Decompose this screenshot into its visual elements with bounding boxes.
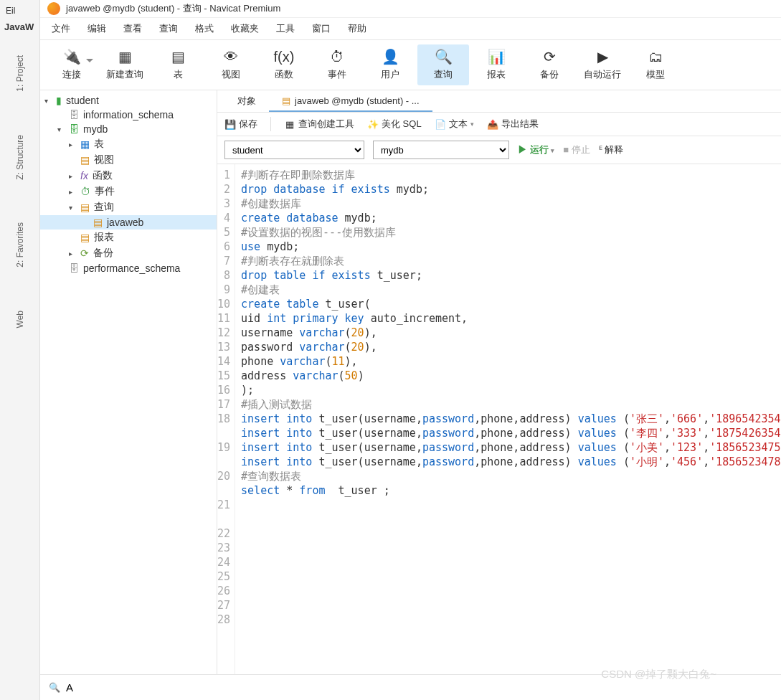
menubar: 文件 编辑 查看 查询 格式 收藏夹 工具 窗口 帮助 bbox=[40, 18, 781, 40]
connection-tree[interactable]: ▾▮student 🗄information_schema ▾🗄mydb ▸▦表… bbox=[40, 90, 217, 674]
query-builder-button[interactable]: ▦查询创建工具 bbox=[284, 118, 354, 131]
search-icon: 🔍 bbox=[49, 682, 60, 693]
database-select[interactable]: mydb bbox=[373, 141, 509, 159]
code-line[interactable]: ); bbox=[241, 383, 781, 397]
ide-tab-structure[interactable]: Z: Structure bbox=[15, 135, 25, 180]
toolbar-newquery-button[interactable]: ▦新建查询 bbox=[99, 44, 151, 85]
backup-icon: ⟳ bbox=[539, 47, 559, 66]
code-line[interactable]: drop database if exists mydb; bbox=[241, 182, 781, 197]
beautify-sql-button[interactable]: ✨美化 SQL bbox=[367, 118, 422, 131]
tab-object[interactable]: 对象 bbox=[224, 90, 269, 112]
tree-db-performance-schema[interactable]: 🗄performance_schema bbox=[40, 261, 217, 275]
export-button[interactable]: 📤导出结果 bbox=[487, 118, 539, 131]
text-button[interactable]: 📄文本▾ bbox=[435, 118, 474, 131]
code-line[interactable]: #判断表存在就删除表 bbox=[241, 254, 781, 268]
ide-tab-favorites[interactable]: 2: Favorites bbox=[15, 222, 25, 268]
code-line[interactable]: drop table if exists t_user; bbox=[241, 268, 781, 283]
code-line[interactable] bbox=[241, 555, 781, 569]
code-line[interactable]: #创建表 bbox=[241, 283, 781, 297]
tree-reports[interactable]: ▤报表 bbox=[40, 230, 217, 245]
database-icon: 🗄 bbox=[69, 123, 79, 135]
tab-query[interactable]: ▤javaweb @mydb (student) - ... bbox=[269, 90, 432, 112]
connection-row: student mydb ▶ 运行 ▾ ■ 停止 ᴱ 解释 bbox=[217, 136, 781, 164]
code-line[interactable]: uid int primary key auto_increment, bbox=[241, 311, 781, 326]
code-line[interactable]: #插入测试数据 bbox=[241, 397, 781, 412]
query-icon: 🔍 bbox=[433, 47, 453, 66]
toolbar-event-button[interactable]: ⏱事件 bbox=[311, 44, 363, 85]
tree-events[interactable]: ▸⏱事件 bbox=[40, 184, 217, 199]
search-input[interactable] bbox=[66, 681, 231, 694]
code-line[interactable]: #判断存在即删除数据库 bbox=[241, 168, 781, 182]
export-icon: 📤 bbox=[487, 118, 498, 130]
tree-tables[interactable]: ▸▦表 bbox=[40, 136, 217, 152]
code-line[interactable]: create database mydb; bbox=[241, 211, 781, 225]
code-line[interactable]: insert into t_user(username,password,pho… bbox=[241, 455, 781, 469]
code-line[interactable]: insert into t_user(username,password,pho… bbox=[241, 440, 781, 455]
menu-tools[interactable]: 工具 bbox=[276, 22, 295, 35]
toolbar-view-button[interactable]: 👁视图 bbox=[205, 44, 257, 85]
code-line[interactable]: select * from t_user ; bbox=[241, 483, 781, 498]
query-toolbar: 💾保存 ▦查询创建工具 ✨美化 SQL 📄文本▾ 📤导出结果 bbox=[217, 113, 781, 136]
event-icon: ⏱ bbox=[80, 186, 90, 197]
menu-favorites[interactable]: 收藏夹 bbox=[231, 22, 259, 35]
ide-title-fragment: JavaW bbox=[0, 19, 39, 35]
menu-view[interactable]: 查看 bbox=[123, 22, 142, 35]
view-icon: 👁 bbox=[221, 47, 241, 66]
code-line[interactable] bbox=[241, 541, 781, 555]
tree-db-information-schema[interactable]: 🗄information_schema bbox=[40, 108, 217, 122]
code-line[interactable]: #创建数据库 bbox=[241, 197, 781, 211]
report-icon: 📊 bbox=[486, 47, 506, 66]
run-button[interactable]: ▶ 运行 ▾ bbox=[518, 143, 554, 156]
toolbar-connect-button[interactable]: 🔌连接 bbox=[46, 44, 98, 85]
save-button[interactable]: 💾保存 bbox=[224, 118, 257, 131]
code-line[interactable]: #查询数据表 bbox=[241, 469, 781, 483]
tree-backups[interactable]: ▸⟳备份 bbox=[40, 245, 217, 261]
toolbar-backup-button[interactable]: ⟳备份 bbox=[524, 44, 575, 85]
tree-db-mydb[interactable]: ▾🗄mydb bbox=[40, 122, 217, 136]
toolbar-model-button[interactable]: 🗂模型 bbox=[630, 44, 681, 85]
code-line[interactable]: create table t_user( bbox=[241, 297, 781, 311]
code-line[interactable]: address varchar(50) bbox=[241, 369, 781, 383]
toolbar-func-button[interactable]: f(x)函数 bbox=[258, 44, 310, 85]
code-line[interactable]: insert into t_user(username,password,pho… bbox=[241, 426, 781, 440]
code-line[interactable]: phone varchar(11), bbox=[241, 354, 781, 369]
ide-tab-web[interactable]: Web bbox=[15, 311, 25, 328]
tree-connection[interactable]: ▾▮student bbox=[40, 93, 217, 108]
database-icon: 🗄 bbox=[69, 109, 79, 120]
editor-tabs: 对象 ▤javaweb @mydb (student) - ... bbox=[217, 90, 781, 113]
code-line[interactable]: #设置数据的视图---使用数据库 bbox=[241, 225, 781, 240]
beautify-icon: ✨ bbox=[367, 118, 379, 130]
menu-file[interactable]: 文件 bbox=[52, 22, 70, 35]
code-line[interactable] bbox=[241, 498, 781, 512]
code-line[interactable]: password varchar(20), bbox=[241, 340, 781, 354]
tree-query-javaweb[interactable]: ▤javaweb bbox=[40, 215, 217, 230]
report-icon: ▤ bbox=[80, 232, 90, 243]
menu-edit[interactable]: 编辑 bbox=[87, 22, 106, 35]
tree-views[interactable]: ▤视图 bbox=[40, 152, 217, 168]
code-line[interactable] bbox=[241, 526, 781, 541]
menu-query[interactable]: 查询 bbox=[159, 22, 178, 35]
toolbar-report-button[interactable]: 📊报表 bbox=[470, 44, 522, 85]
toolbar-autorun-button[interactable]: ▶自动运行 bbox=[577, 44, 628, 85]
toolbar-table-button[interactable]: ▤表 bbox=[152, 44, 204, 85]
app-icon bbox=[47, 2, 60, 15]
code-line[interactable]: use mydb; bbox=[241, 240, 781, 254]
menu-format[interactable]: 格式 bbox=[195, 22, 214, 35]
explain-button[interactable]: ᴱ 解释 bbox=[599, 143, 624, 156]
code-line[interactable]: insert into t_user(username,password,pho… bbox=[241, 412, 781, 426]
tree-functions[interactable]: ▸fx函数 bbox=[40, 168, 217, 184]
code-line[interactable]: username varchar(20), bbox=[241, 326, 781, 340]
toolbar-query-button[interactable]: 🔍查询 bbox=[417, 44, 469, 85]
tree-queries[interactable]: ▾▤查询 bbox=[40, 199, 217, 215]
menu-help[interactable]: 帮助 bbox=[348, 22, 366, 35]
menu-window[interactable]: 窗口 bbox=[312, 22, 331, 35]
toolbar-user-button[interactable]: 👤用户 bbox=[364, 44, 416, 85]
code-content[interactable]: #判断存在即删除数据库drop database if exists mydb;… bbox=[235, 164, 781, 674]
connection-select[interactable]: student bbox=[224, 141, 364, 159]
sql-editor[interactable]: 1234567891011121314151617181920212223242… bbox=[217, 164, 781, 674]
ide-tab-project[interactable]: 1: Project bbox=[15, 55, 25, 92]
statusbar: 🔍 CSDN @掉了颗大白兔~ bbox=[40, 674, 781, 700]
event-icon: ⏱ bbox=[327, 47, 347, 66]
user-icon: 👤 bbox=[380, 47, 400, 66]
code-line[interactable] bbox=[241, 512, 781, 526]
